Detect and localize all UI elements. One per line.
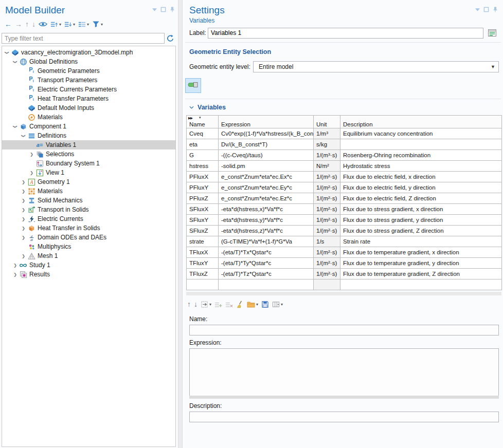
collapse-all-button[interactable]: ▾ — [49, 19, 62, 29]
tree-item-transport-parameters[interactable]: PiTransport Parameters — [2, 76, 175, 85]
navigate-back-button[interactable]: ← — [4, 19, 13, 29]
variable-unit-cell[interactable]: 1/(m³·s) — [314, 150, 340, 161]
float-window-icon[interactable] — [160, 7, 166, 12]
tree-item-vacancy-electromigration-3dmodel-mph[interactable]: ❯vacancy_electromigration_3Dmodel.mph — [2, 48, 175, 57]
variable-unit-cell[interactable]: 1/(m²·s) — [314, 204, 340, 215]
tree-item-definitions[interactable]: ❯Definitions — [2, 131, 175, 140]
chevron-right-icon[interactable]: ❯ — [20, 235, 27, 240]
variable-description-cell[interactable]: Flux due to temperature gradient, x dire… — [340, 247, 502, 258]
variable-name-cell[interactable]: PFluxZ — [187, 193, 219, 204]
refresh-icon[interactable] — [165, 34, 176, 43]
dropdown-caret-icon[interactable]: ▾ — [73, 22, 75, 27]
dropdown-caret-icon[interactable]: ▾ — [209, 302, 211, 307]
chevron-right-icon[interactable]: ❯ — [20, 198, 27, 203]
dropdown-caret-icon[interactable]: ▾ — [59, 22, 61, 27]
variable-description-cell[interactable]: Hydrostatic stress — [340, 161, 502, 172]
variable-description-cell[interactable]: Flux due to temperature gradient, Z dire… — [340, 269, 502, 279]
chevron-right-icon[interactable]: ❯ — [20, 180, 27, 184]
tree-item-boundary-system-1[interactable]: Boundary System 1 — [2, 159, 175, 168]
variable-name-cell[interactable]: SFluxY — [187, 215, 219, 226]
chevron-right-icon[interactable]: ❯ — [20, 217, 27, 221]
variable-expression-cell[interactable]: -eta*d(hstress,x)*Va*f*c — [219, 204, 314, 215]
chevron-right-icon[interactable]: ❯ — [20, 208, 27, 212]
variable-name-cell[interactable] — [187, 279, 219, 290]
variable-expression-cell[interactable]: (G-cTIME)*Va*f+(1-f)*G*Va — [219, 236, 314, 247]
variable-expression-cell[interactable]: e_const*Znum*eta*ec.Ex*c — [219, 172, 314, 182]
load-from-file-button[interactable]: ▾ — [246, 299, 259, 309]
tree-item-multiphysics[interactable]: Multiphysics — [2, 242, 175, 251]
active-toggle-button[interactable] — [185, 78, 201, 93]
geometric-entity-level-select[interactable]: Entire model ▼ — [253, 61, 499, 72]
variable-expression-cell[interactable]: -(eta/T)*Ty*Qstar*c — [219, 258, 314, 269]
chevron-right-icon[interactable]: ❯ — [20, 254, 27, 258]
pin-icon[interactable] — [170, 6, 175, 13]
chevron-right-icon[interactable]: ❯ — [12, 272, 19, 277]
variable-name-cell[interactable]: SFluxZ — [187, 226, 219, 236]
chevron-right-icon[interactable]: ❯ — [20, 189, 27, 194]
variable-expression-cell[interactable]: e_const*Znum*eta*ec.Ez*c — [219, 193, 314, 204]
description-input[interactable] — [189, 412, 499, 422]
variable-expression-cell[interactable]: -eta*d(hstress,z)*Va*f*c — [219, 226, 314, 236]
variable-expression-cell[interactable]: Cv0*exp((1-f)*Va*hstress/(k_B_const*T)) — [219, 128, 314, 139]
add-row-button[interactable] — [213, 299, 223, 309]
variable-description-cell[interactable]: Equilibrium vacancy concentration — [340, 128, 502, 139]
chevron-right-icon[interactable]: ❯ — [28, 152, 35, 157]
dropdown-caret-icon[interactable]: ▾ — [256, 302, 258, 307]
table-horizontal-scrollbar[interactable] — [186, 292, 501, 295]
clear-table-button[interactable] — [235, 299, 245, 309]
variable-expression-cell[interactable]: -eta*d(hstress,y)*Va*f*c — [219, 215, 314, 226]
model-tree-node-text-button[interactable]: ▾ — [77, 19, 90, 29]
variable-unit-cell[interactable]: 1/s — [314, 236, 340, 247]
variable-unit-cell[interactable]: 1/(m²·s) — [314, 215, 340, 226]
variable-expression-cell[interactable] — [219, 279, 314, 290]
create-variable-utility-button[interactable] — [486, 27, 499, 39]
variable-description-cell[interactable]: Flux due to electric field, x direction — [340, 172, 502, 182]
tree-item-heat-transfer-parameters[interactable]: PiHeat Transfer Parameters — [2, 94, 175, 103]
variable-unit-cell[interactable]: 1/(m²·s) — [314, 182, 340, 193]
tree-item-results[interactable]: ❯Results — [2, 270, 175, 279]
chevron-down-icon[interactable]: ❯ — [13, 123, 17, 130]
variable-unit-cell[interactable] — [314, 279, 340, 290]
tree-item-transport-in-solids[interactable]: ❯Transport in Solids — [2, 205, 175, 214]
name-input[interactable] — [189, 325, 499, 335]
variable-expression-cell[interactable]: Dv/(k_B_const*T) — [219, 139, 314, 150]
panel-menu-icon[interactable] — [475, 8, 480, 11]
tree-item-domain-odes-and-daes[interactable]: ❯ddtDomain ODEs and DAEs — [2, 233, 175, 242]
variable-name-cell[interactable]: G — [187, 150, 219, 161]
float-window-icon[interactable] — [483, 7, 489, 12]
variable-unit-cell[interactable]: 1/(m²·s) — [314, 247, 340, 258]
chevron-down-icon[interactable]: ❯ — [21, 133, 26, 139]
variable-description-cell[interactable]: Strain rate — [340, 236, 502, 247]
variable-expression-cell[interactable]: -(eta/T)*Tx*Qstar*c — [219, 247, 314, 258]
chevron-right-icon[interactable]: ❯ — [12, 263, 19, 268]
dropdown-caret-icon[interactable]: ▾ — [281, 302, 283, 307]
variable-description-cell[interactable] — [340, 139, 502, 150]
variable-name-cell[interactable]: SFluxX — [187, 204, 219, 215]
expand-all-button[interactable]: ▾ — [63, 19, 76, 29]
variable-name-cell[interactable]: TFluxZ — [187, 269, 219, 279]
variable-expression-cell[interactable]: -(eta/T)*Tz*Qstar*c — [219, 269, 314, 279]
tree-item-view-1[interactable]: ❯View 1 — [2, 168, 175, 177]
filter-input[interactable] — [2, 33, 165, 44]
chevron-right-icon[interactable]: ❯ — [28, 171, 35, 175]
variable-name-cell[interactable]: strate — [187, 236, 219, 247]
variable-description-cell[interactable]: Flux due to temperature gradient, y dire… — [340, 258, 502, 269]
delete-row-button[interactable] — [224, 299, 234, 309]
panel-menu-icon[interactable] — [152, 8, 157, 11]
fit-column-width-button[interactable]: ▾ — [271, 299, 284, 309]
tree-item-heat-transfer-in-solids[interactable]: ❯Heat Transfer in Solids — [2, 223, 175, 233]
dropdown-caret-icon[interactable]: ▾ — [101, 22, 103, 27]
variable-unit-cell[interactable]: 1/(m²·s) — [314, 269, 340, 279]
tree-item-selections[interactable]: ❯Selections — [2, 150, 175, 159]
tree-item-variables-1[interactable]: a=Variables 1 — [2, 140, 175, 150]
variable-description-cell[interactable]: Flux due to electric field, Z direction — [340, 193, 502, 204]
chevron-right-icon[interactable]: ❯ — [20, 226, 27, 231]
tree-item-electric-currents-parameters[interactable]: PiElectric Currents Parameters — [2, 85, 175, 94]
variable-description-cell[interactable]: Flux due to electric field, y direction — [340, 182, 502, 193]
filter-button[interactable]: ▾ — [91, 19, 104, 29]
panel-divider[interactable] — [178, 0, 183, 448]
variable-name-cell[interactable]: TFluxY — [187, 258, 219, 269]
variable-name-cell[interactable]: PFluxX — [187, 172, 219, 182]
variables-section-header[interactable]: Variables — [189, 104, 499, 111]
chevron-down-icon[interactable]: ❯ — [5, 49, 9, 56]
